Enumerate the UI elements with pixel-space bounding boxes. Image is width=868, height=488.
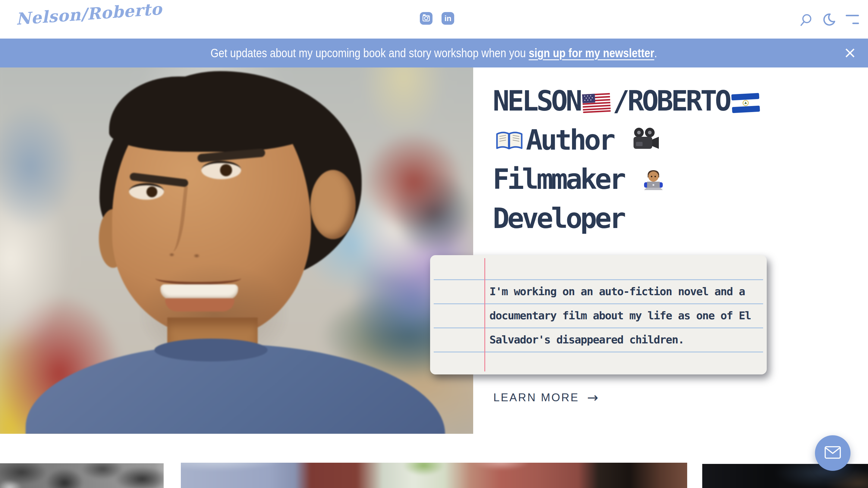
headline-line-filmmaker: Filmmaker: [493, 161, 779, 201]
portrait-smile: [160, 284, 238, 299]
learn-more-label: LEARN MORE: [493, 391, 579, 404]
search-button[interactable]: [799, 13, 813, 28]
page: Nelson/Roberto in: [0, 0, 868, 488]
envelope-icon: [824, 446, 841, 460]
headline-line-names: NELSON/ROBERTO: [493, 83, 779, 122]
headline-name-right: /ROBERTO: [613, 85, 730, 117]
instagram-button[interactable]: [420, 12, 433, 25]
dark-mode-toggle[interactable]: [821, 12, 837, 29]
menu-button[interactable]: [845, 13, 860, 27]
gallery-image-left: [0, 463, 164, 488]
linkedin-button[interactable]: in: [441, 12, 454, 25]
social-links: in: [420, 12, 454, 25]
portrait-eye: [129, 183, 164, 200]
hero-portrait-photo: [0, 67, 473, 434]
learn-more-link[interactable]: LEARN MORE →: [493, 390, 598, 405]
arrow-right-icon: →: [587, 390, 598, 405]
note-text-line: Salvador's disappeared children.: [490, 328, 684, 352]
contact-fab-button[interactable]: [815, 435, 850, 471]
moon-icon: [821, 24, 837, 29]
margin-line: [484, 258, 485, 371]
newsletter-signup-link[interactable]: sign up for my newsletter: [529, 46, 655, 60]
hero-headline: NELSON/ROBERTO Author Filmmaker Develope…: [493, 83, 779, 237]
linkedin-icon: in: [444, 14, 451, 22]
headline-line-author: Author: [493, 122, 779, 161]
portrait-ear: [310, 170, 355, 239]
portrait-mouth: [155, 272, 241, 285]
note-card: I'm working on an auto-fiction novel and…: [430, 255, 767, 375]
headline-line-developer: Developer: [493, 201, 779, 237]
el-salvador-flag-icon: [731, 86, 760, 122]
portrait-hairline: [109, 76, 314, 152]
us-flag-icon: [582, 86, 611, 122]
header: Nelson/Roberto in: [0, 0, 868, 38]
headline-name-left: NELSON: [493, 85, 580, 117]
open-book-icon: [495, 125, 524, 161]
logo[interactable]: Nelson/Roberto: [15, 0, 162, 29]
headline-role-author: Author: [526, 124, 613, 156]
portrait-person: [0, 67, 473, 434]
banner-message-suffix: .: [654, 46, 657, 60]
portrait-eye: [201, 161, 241, 179]
headline-role-filmmaker: Filmmaker: [493, 163, 624, 195]
headline-role-developer: Developer: [493, 202, 624, 235]
movie-camera-icon: [630, 125, 660, 161]
newsletter-banner: Get updates about my upcoming book and s…: [0, 38, 868, 67]
portrait-mouth: [165, 298, 235, 312]
gallery-image-middle: [181, 463, 687, 488]
banner-message-prefix: Get updates about my upcoming book and s…: [211, 46, 529, 60]
instagram-icon: [422, 13, 431, 24]
note-text-line: I'm working on an auto-fiction novel and…: [490, 280, 745, 304]
banner-message: Get updates about my upcoming book and s…: [211, 46, 657, 60]
technologist-icon: [641, 164, 666, 201]
portrait-collar: [154, 338, 268, 361]
close-icon: ×: [843, 43, 857, 61]
banner-close-button[interactable]: ×: [843, 44, 857, 60]
search-icon: [799, 23, 813, 28]
note-text-line: documentary film about my life as one of…: [490, 304, 751, 328]
gallery-image-right: [702, 464, 868, 488]
